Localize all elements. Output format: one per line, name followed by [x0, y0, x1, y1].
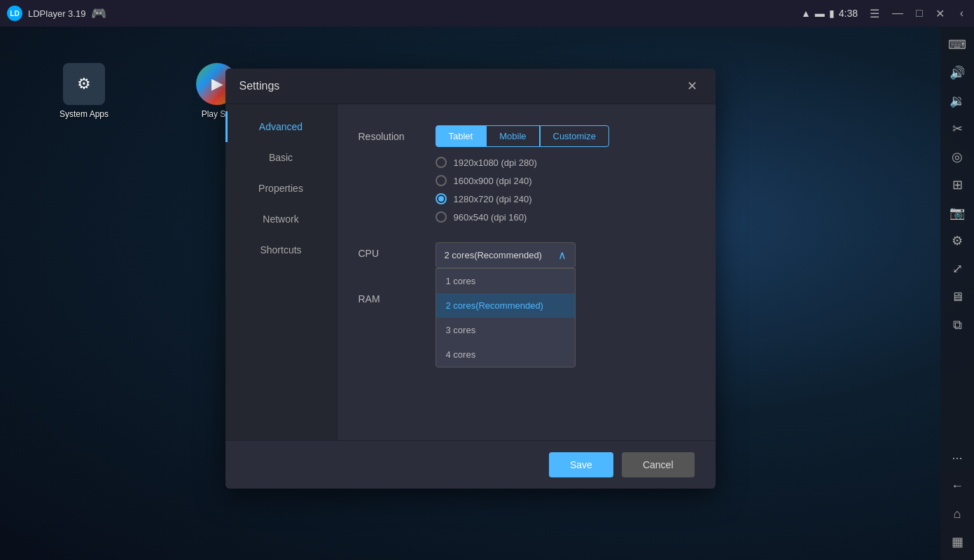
resolution-option-1920[interactable]: 1920x1080 (dpi 280)	[436, 157, 695, 168]
cpu-option-4[interactable]: 4 cores	[436, 342, 575, 367]
copy-icon[interactable]: ⧉	[945, 312, 970, 337]
resolution-label-960: 960x540 (dpi 160)	[454, 212, 527, 223]
cpu-dropdown-menu: 1 cores 2 cores(Recommended) 3 cores 4 c…	[436, 268, 576, 368]
tray-icons: ▲ ▬ ▮ 4:38	[801, 8, 858, 19]
cpu-selected-value: 2 cores(Recommended)	[445, 250, 542, 260]
dialog-content: Resolution Tablet Mobile Customize	[338, 104, 716, 440]
resolution-tab-group: Tablet Mobile Customize	[436, 125, 695, 147]
cpu-controls: 2 cores(Recommended) ∧ 1 cores 2 cores(R…	[436, 242, 695, 268]
minimize-button[interactable]: —	[889, 6, 907, 22]
back-icon[interactable]: ←	[945, 473, 970, 498]
camera-icon[interactable]: 📷	[945, 200, 970, 225]
resolution-label-1600: 1600x900 (dpi 240)	[454, 176, 532, 186]
wifi-icon: ▲	[801, 8, 811, 19]
radio-circle-1920	[436, 157, 447, 168]
gamepad-icon: 🎮	[91, 6, 106, 21]
resolution-option-1600[interactable]: 1600x900 (dpi 240)	[436, 175, 695, 186]
scissors-icon[interactable]: ✂	[945, 116, 970, 141]
volume-down-icon[interactable]: 🔉	[945, 88, 970, 113]
window-controls: ☰ — □ ✕	[866, 6, 948, 22]
cpu-label: CPU	[359, 242, 422, 259]
dialog-footer: Save Cancel	[225, 440, 716, 489]
battery-icon: ▮	[829, 8, 835, 19]
volume-up-icon[interactable]: 🔊	[945, 60, 970, 85]
topbar: LD LDPlayer 3.19 🎮 ▲ ▬ ▮ 4:38 ☰ — □ ✕ ‹	[0, 0, 974, 27]
tab-customize[interactable]: Customize	[540, 125, 609, 147]
location-icon[interactable]: ◎	[945, 144, 970, 169]
resolution-label-1920: 1920x1080 (dpi 280)	[454, 158, 537, 168]
home-icon[interactable]: ⌂	[945, 501, 970, 526]
add-icon[interactable]: ⊞	[945, 172, 970, 197]
dropdown-arrow-icon: ∧	[558, 248, 566, 262]
apps-icon[interactable]: ▦	[945, 529, 970, 554]
monitor-icon[interactable]: 🖥	[945, 284, 970, 309]
maximize-button[interactable]: □	[912, 6, 926, 22]
dialog-close-button[interactable]: ✕	[683, 77, 702, 95]
resolution-option-1280[interactable]: 1280x720 (dpi 240)	[436, 193, 695, 204]
radio-circle-1280	[436, 193, 447, 204]
dialog-body: Advanced Basic Properties Network Shortc…	[225, 104, 716, 440]
cancel-button[interactable]: Cancel	[622, 452, 695, 477]
resolution-option-960[interactable]: 960x540 (dpi 160)	[436, 211, 695, 223]
topbar-left: LD LDPlayer 3.19 🎮	[7, 6, 106, 21]
close-button[interactable]: ✕	[932, 6, 948, 22]
dialog-title: Settings	[239, 80, 280, 92]
radio-circle-960	[436, 211, 447, 223]
signal-icon: ▬	[815, 8, 825, 19]
dialog-header: Settings ✕	[225, 69, 716, 104]
back-nav-button[interactable]: ‹	[956, 6, 967, 21]
tab-mobile[interactable]: Mobile	[486, 125, 539, 147]
nav-item-shortcuts[interactable]: Shortcuts	[225, 234, 337, 265]
clock: 4:38	[839, 8, 858, 19]
resolution-row: Resolution Tablet Mobile Customize	[359, 125, 695, 223]
cpu-dropdown-container: 2 cores(Recommended) ∧ 1 cores 2 cores(R…	[436, 242, 695, 268]
resolution-label: Resolution	[359, 125, 422, 142]
save-button[interactable]: Save	[549, 452, 613, 477]
settings-icon[interactable]: ⚙	[945, 228, 970, 253]
app-title: LDPlayer 3.19	[28, 8, 85, 19]
more-icon[interactable]: ···	[945, 445, 970, 470]
cpu-option-1[interactable]: 1 cores	[436, 269, 575, 293]
nav-item-properties[interactable]: Properties	[225, 173, 337, 204]
ram-label: RAM	[359, 288, 422, 304]
resolution-radio-group: 1920x1080 (dpi 280) 1600x900 (dpi 240) 1	[436, 157, 695, 223]
nav-item-network[interactable]: Network	[225, 204, 337, 234]
settings-dialog: Settings ✕ Advanced Basic Properties	[225, 69, 716, 489]
resolution-section: Resolution Tablet Mobile Customize	[359, 125, 695, 223]
menu-button[interactable]: ☰	[866, 6, 883, 22]
resolution-label-1280: 1280x720 (dpi 240)	[454, 194, 532, 204]
keyboard-icon[interactable]: ⌨	[945, 32, 970, 57]
radio-circle-1600	[436, 175, 447, 186]
dialog-nav: Advanced Basic Properties Network Shortc…	[225, 104, 338, 440]
topbar-right: ▲ ▬ ▮ 4:38 ☰ — □ ✕ ‹	[801, 6, 967, 22]
cpu-section: CPU 2 cores(Recommended) ∧ 1 cores	[359, 242, 695, 268]
cpu-option-3[interactable]: 3 cores	[436, 318, 575, 342]
modal-overlay: Settings ✕ Advanced Basic Properties	[0, 27, 940, 560]
cpu-row: CPU 2 cores(Recommended) ∧ 1 cores	[359, 242, 695, 268]
tab-tablet[interactable]: Tablet	[436, 125, 487, 147]
resolution-controls: Tablet Mobile Customize 1920x1080 (dpi 2…	[436, 125, 695, 223]
cpu-option-2[interactable]: 2 cores(Recommended)	[436, 293, 575, 318]
nav-item-basic[interactable]: Basic	[225, 142, 337, 173]
nav-item-advanced[interactable]: Advanced	[225, 111, 337, 142]
app-logo: LD	[7, 6, 22, 21]
right-sidebar: ⌨ 🔊 🔉 ✂ ◎ ⊞ 📷 ⚙ ⤢ 🖥 ⧉ ··· ← ⌂ ▦	[940, 27, 974, 560]
expand-icon[interactable]: ⤢	[945, 256, 970, 281]
cpu-dropdown[interactable]: 2 cores(Recommended) ∧	[436, 242, 576, 268]
desktop: LD LDPlayer 3.19 🎮 ▲ ▬ ▮ 4:38 ☰ — □ ✕ ‹ …	[0, 0, 974, 560]
